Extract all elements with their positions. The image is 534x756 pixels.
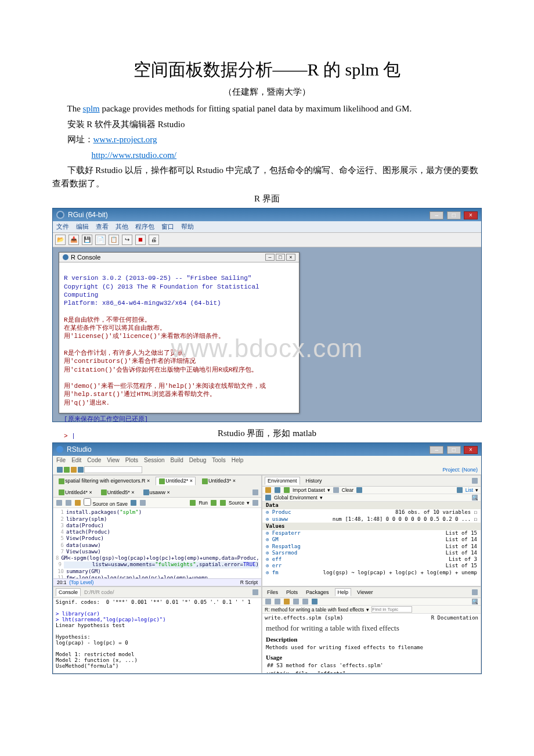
source-button[interactable]: Source	[229, 500, 244, 506]
rgui-titlebar[interactable]: RGui (64-bit) – □ ×	[53, 208, 481, 221]
help-back-icon[interactable]	[265, 599, 271, 604]
broom-icon[interactable]	[333, 487, 339, 493]
source-tab[interactable]: spatial filtering with eigenvectors.R ×	[56, 477, 152, 485]
rs-menu-item[interactable]: Code	[87, 457, 101, 463]
r-project-link[interactable]: www.r-project.org	[93, 135, 157, 144]
rs-menu-item[interactable]: File	[56, 457, 66, 463]
help-refresh-icon[interactable]	[312, 599, 317, 604]
env-entry[interactable]: ⊙ RespatlagList of 14	[262, 543, 481, 550]
menu-item[interactable]: 查看	[96, 223, 109, 230]
code-line[interactable]: 5View(Produc)	[56, 535, 259, 542]
help-print-icon[interactable]	[293, 599, 299, 604]
rs-menu-item[interactable]: View	[107, 457, 120, 463]
new-file-icon[interactable]	[57, 467, 63, 473]
scope-label[interactable]: (Top Level)	[69, 579, 93, 585]
env-entry[interactable]: ⊙ Produc816 obs. of 10 variables ☐	[262, 509, 481, 516]
rs-minimize-button[interactable]: –	[430, 446, 443, 454]
load-icon[interactable]: 📥	[68, 235, 79, 245]
env-list[interactable]: Data ⊙ Produc816 obs. of 10 variables ☐⊙…	[262, 502, 481, 586]
import-icon[interactable]	[284, 487, 290, 493]
save-icon[interactable]: 💾	[82, 235, 92, 245]
rs-menu-item[interactable]: Build	[171, 457, 183, 463]
menu-item[interactable]: 帮助	[181, 223, 194, 230]
search-env-icon[interactable]	[457, 487, 463, 493]
pane-collapse-icon[interactable]	[472, 589, 478, 595]
refresh-icon[interactable]	[356, 487, 362, 493]
source-on-save-checkbox[interactable]: Source on Save	[84, 498, 128, 507]
open-icon[interactable]: 📂	[55, 235, 66, 245]
save-icon[interactable]	[75, 500, 81, 506]
help-tab[interactable]: Packages	[304, 589, 331, 596]
rs-menu-item[interactable]: Plots	[125, 457, 138, 463]
r-console-output[interactable]: R version 3.0.2 (2013-09-25) -- "Frisbee…	[59, 262, 299, 444]
help-popout-icon[interactable]	[302, 599, 308, 604]
project-label[interactable]: Project: (None)	[442, 467, 478, 473]
code-line[interactable]: 9 listw=usaww,moments="fullweights",spat…	[56, 561, 259, 568]
tab-console[interactable]: Console	[56, 588, 81, 596]
import-dataset-button[interactable]: Import Dataset	[293, 487, 325, 493]
console-clear-icon[interactable]	[252, 589, 258, 595]
tab-environment[interactable]: Environment	[265, 477, 300, 485]
save-all-icon[interactable]	[78, 467, 84, 473]
wand-icon[interactable]	[140, 500, 146, 506]
env-entry[interactable]: ⊙ usawwnum [1:48, 1:48] 0 0 0 0 0 0 0 0.…	[262, 516, 481, 523]
back-icon[interactable]	[56, 500, 62, 506]
tab-history[interactable]: History	[304, 477, 324, 484]
splm-link[interactable]: splm	[83, 104, 100, 113]
find-in-topic-input[interactable]	[371, 606, 412, 613]
help-search-icon[interactable]: 🔍	[472, 599, 478, 604]
find-icon[interactable]	[131, 500, 136, 506]
help-tab[interactable]: Plots	[284, 589, 300, 596]
help-forward-icon[interactable]	[275, 599, 280, 604]
rerun-icon[interactable]	[211, 500, 217, 506]
rs-menu-item[interactable]: Debug	[189, 457, 206, 463]
paste-icon[interactable]: 📋	[109, 235, 119, 245]
env-load-icon[interactable]	[265, 487, 271, 493]
console-maximize-button[interactable]: □	[276, 254, 285, 261]
rs-menu-item[interactable]: Session	[144, 457, 165, 463]
code-line[interactable]: 7View(usaww)	[56, 549, 259, 555]
rs-maximize-button[interactable]: □	[447, 446, 461, 454]
console-minimize-button[interactable]: –	[265, 254, 275, 261]
pane-collapse-icon[interactable]	[252, 489, 258, 495]
code-line[interactable]: 6data(usaww)	[56, 542, 259, 549]
show-doc-icon[interactable]	[252, 500, 258, 506]
r-console-titlebar[interactable]: R Console – □ ×	[59, 253, 299, 262]
source-tab[interactable]: Untitled3* ×	[199, 477, 238, 485]
help-tab[interactable]: Files	[265, 589, 280, 596]
source-editor[interactable]: 1install.packages("splm")2library(splm)3…	[53, 508, 261, 578]
source-tab[interactable]: Untitled4* ×	[56, 489, 95, 496]
env-scope-selector[interactable]: Global Environment	[274, 495, 317, 501]
file-type-label[interactable]: R Script	[240, 579, 258, 585]
console-output[interactable]: Signif. codes: 0 '***' 0.001 '**' 0.01 '…	[53, 598, 261, 674]
print-icon[interactable]: 🖨	[149, 235, 159, 245]
menu-item[interactable]: 其他	[116, 223, 128, 230]
goto-function-input[interactable]	[84, 466, 142, 473]
console-close-button[interactable]: ×	[286, 254, 295, 261]
code-line[interactable]: 8GM<-spgm(log(gsp)~log(pcap)+log(pc)+log…	[56, 555, 259, 561]
run-button[interactable]: Run	[199, 500, 208, 506]
copy-icon[interactable]: 📄	[95, 235, 106, 245]
rs-menu-item[interactable]: Edit	[71, 457, 81, 463]
env-entry[interactable]: ⊙ errList of 15	[262, 563, 481, 569]
run-icon[interactable]	[190, 500, 196, 506]
help-tab[interactable]: Viewer	[355, 589, 375, 596]
source-tab[interactable]: Untitled2* ×	[156, 477, 196, 485]
maximize-button[interactable]: □	[447, 211, 461, 219]
minimize-button[interactable]: –	[430, 211, 443, 219]
paste-run-icon[interactable]: ↪	[122, 235, 132, 245]
env-entry[interactable]: ⊙ SarsrmodList of 14	[262, 550, 481, 556]
clear-button[interactable]: Clear	[342, 487, 353, 493]
forward-icon[interactable]	[66, 500, 71, 506]
collapse-icon[interactable]	[472, 478, 478, 484]
open-file-icon[interactable]	[71, 467, 77, 473]
search-icon[interactable]: 🔍	[472, 495, 478, 501]
rs-close-button[interactable]: ×	[464, 446, 478, 454]
menu-item[interactable]: 文件	[56, 223, 69, 230]
env-save-icon[interactable]	[275, 487, 280, 493]
env-entry[interactable]: ⊙ FespaterrList of 15	[262, 530, 481, 537]
help-content[interactable]: write.effects.splm {splm} R Documentatio…	[262, 614, 481, 673]
code-line[interactable]: 4attach(Produc)	[56, 529, 259, 535]
code-line[interactable]: 10summary(GM)	[56, 568, 259, 575]
env-entry[interactable]: ⊙ effList of 3	[262, 556, 481, 563]
